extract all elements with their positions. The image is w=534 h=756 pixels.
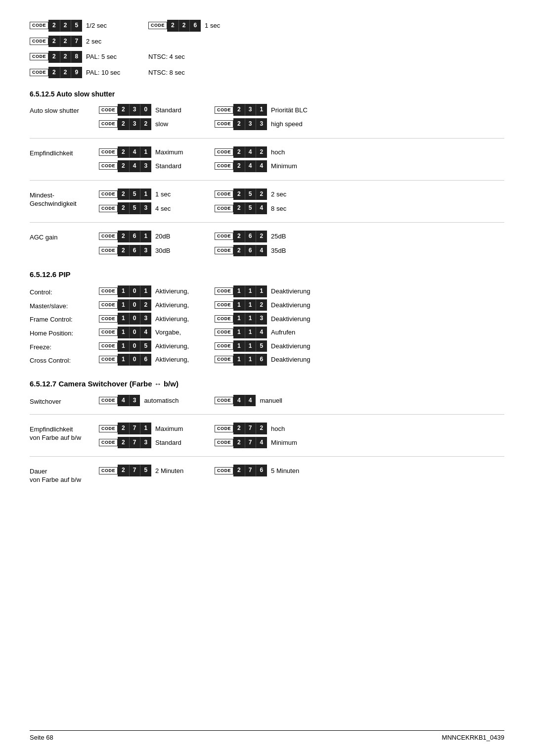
code-badge: CODE xyxy=(215,148,233,156)
grid-pairs: CODE 4 3 automatisch CODE 4 4 manuell xyxy=(99,395,504,407)
pair-item: CODE 1 0 4 Vorgabe, xyxy=(99,327,203,338)
code-badge: CODE xyxy=(99,247,118,254)
num-box: 2 xyxy=(118,202,129,214)
num-box: 2 xyxy=(140,299,151,311)
num-box: 1 xyxy=(140,189,151,200)
num-box: 1 xyxy=(118,299,129,311)
code-seq: CODE 2 7 1 xyxy=(99,423,151,434)
entry-label: 4 sec xyxy=(155,205,171,212)
group-label: Empfindlichkeit xyxy=(30,146,99,172)
entry-label: high speed xyxy=(271,120,303,128)
num-box: 7 xyxy=(245,465,256,476)
grid-pairs: CODE 1 0 5 Aktivierung, CODE 1 1 5 xyxy=(99,340,504,352)
num-box: 3 xyxy=(140,202,151,214)
pair-item: CODE 2 6 3 30dB xyxy=(99,245,203,257)
num-box: 1 xyxy=(245,327,256,338)
group-label: Home Position: xyxy=(30,327,99,338)
num-box: 3 xyxy=(140,437,151,449)
num-box: 0 xyxy=(140,104,151,116)
num-box: 2 xyxy=(233,118,245,130)
code-seq: CODE 2 2 8 xyxy=(30,51,82,63)
num-box: 4 xyxy=(118,395,129,407)
code-seq: CODE 2 6 1 xyxy=(99,231,151,242)
num-box: 6 xyxy=(245,231,256,242)
pair-item: CODE 2 7 1 Maximum xyxy=(99,423,203,434)
num-box: 2 xyxy=(60,67,71,79)
num-box: 1 xyxy=(118,340,129,352)
code-badge: CODE xyxy=(99,467,118,474)
code-seq: CODE 2 6 2 xyxy=(215,231,267,242)
code-seq: CODE 2 5 1 xyxy=(99,189,151,200)
pair-item: CODE 1 0 6 Aktivierung, xyxy=(99,354,203,366)
num-box: 2 xyxy=(48,36,60,47)
num-box: 2 xyxy=(233,437,245,449)
code-badge: CODE xyxy=(215,190,233,198)
num-box: 2 xyxy=(256,423,267,434)
pair-item: CODE 2 6 1 20dB xyxy=(99,231,203,242)
num-box: 2 xyxy=(233,423,245,434)
code-badge: CODE xyxy=(148,22,167,29)
pair-item: CODE 1 1 5 Deaktivierung xyxy=(215,340,318,352)
entry-label: 2 sec xyxy=(86,38,101,45)
num-box: 1 xyxy=(233,340,245,352)
num-box: 2 xyxy=(233,189,245,200)
pair-row: CODE 2 6 1 20dB CODE 2 6 2 xyxy=(99,231,504,242)
num-box: 5 xyxy=(245,202,256,214)
pair-item: CODE 1 1 4 Aufrufen xyxy=(215,327,318,338)
num-box: 3 xyxy=(140,245,151,257)
page-content: CODE 2 2 5 1/2 sec CODE 2 2 6 1 sec xyxy=(30,20,504,484)
entry-label: manuell xyxy=(260,397,282,404)
section-625-heading: 6.5.12.5 Auto slow shutter xyxy=(30,90,504,98)
entry-label: Aktivierung, xyxy=(155,301,189,309)
pair-row: CODE 1 0 1 Aktivierung, CODE 1 1 1 xyxy=(99,285,504,297)
section-626-content: Control: CODE 1 0 1 Aktivierung, xyxy=(30,285,504,366)
num-box: 2 xyxy=(233,160,245,172)
code-badge: CODE xyxy=(30,69,48,76)
num-box: 7 xyxy=(129,437,140,449)
entry-label: Deaktivierung xyxy=(271,356,311,363)
entry-label: PAL: 5 sec xyxy=(86,53,117,60)
code-seq: CODE 2 3 3 xyxy=(215,118,267,130)
entry-label: Deaktivierung xyxy=(271,315,311,323)
num-box: 1 xyxy=(245,299,256,311)
pair-item: CODE 2 4 1 Maximum xyxy=(99,146,203,158)
num-box: 1 xyxy=(233,313,245,325)
code-seq: CODE 2 6 4 xyxy=(215,245,267,257)
pair-item: CODE 1 1 2 Deaktivierung xyxy=(215,299,318,311)
code-seq: CODE 2 2 9 xyxy=(30,67,82,79)
code-badge: CODE xyxy=(99,356,118,363)
num-box: 7 xyxy=(71,36,82,47)
section-627-content: Switchover CODE 4 3 automatisch CODE xyxy=(30,395,504,485)
code-seq: CODE 1 0 6 xyxy=(99,354,151,366)
grid-pairs: CODE 2 4 1 Maximum CODE 2 4 2 xyxy=(99,146,504,172)
num-box: 5 xyxy=(245,189,256,200)
num-box: 8 xyxy=(71,51,82,63)
entry-label: 20dB xyxy=(155,233,170,240)
num-box: 2 xyxy=(256,231,267,242)
code-badge: CODE xyxy=(215,329,233,336)
group-master-slave: Master/slave: CODE 1 0 2 Aktivierung, xyxy=(30,299,504,311)
rule xyxy=(30,456,504,457)
rule xyxy=(30,180,504,181)
code-badge: CODE xyxy=(215,247,233,254)
grid-pairs: CODE 1 0 4 Vorgabe, CODE 1 1 4 xyxy=(99,327,504,338)
ntsc-4-label: NTSC: 4 sec xyxy=(148,53,247,60)
pair-item: CODE 1 1 6 Deaktivierung xyxy=(215,354,318,366)
pair-row: CODE 2 6 3 30dB CODE 2 6 4 xyxy=(99,245,504,257)
num-box: 7 xyxy=(245,437,256,449)
num-box: 3 xyxy=(129,118,140,130)
code-badge: CODE xyxy=(99,233,118,240)
num-box: 1 xyxy=(245,354,256,366)
entry-label: 5 Minuten xyxy=(271,467,299,474)
num-box: 4 xyxy=(256,437,267,449)
entry-label: 30dB xyxy=(155,247,170,254)
group-empfindlichkeit: Empfindlichkeit CODE 2 4 1 Maximum xyxy=(30,146,504,172)
group-label: Switchover xyxy=(30,395,99,407)
code-seq: CODE 2 6 3 xyxy=(99,245,151,257)
num-box: 6 xyxy=(256,354,267,366)
code-badge: CODE xyxy=(215,342,233,350)
num-box: 2 xyxy=(233,146,245,158)
entry-label: Maximum xyxy=(155,148,183,156)
entry-label: 8 sec xyxy=(271,205,286,212)
code-badge: CODE xyxy=(99,397,118,404)
